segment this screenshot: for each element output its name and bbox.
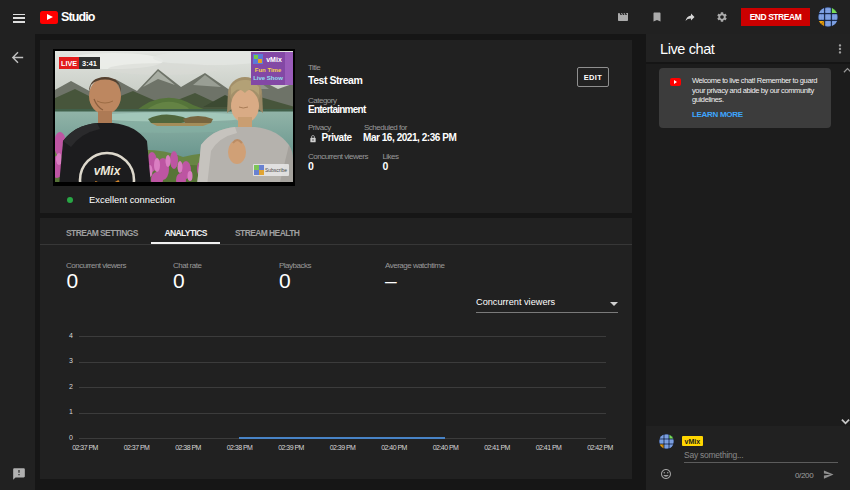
svg-text:3:41: 3:41: [82, 59, 97, 68]
svg-text:vMix: vMix: [94, 164, 122, 178]
svg-text:Subscribe: Subscribe: [265, 167, 287, 173]
svg-text:LIVE: LIVE: [61, 59, 77, 68]
svg-text:Fun Time: Fun Time: [255, 67, 282, 73]
svg-text:vMix: vMix: [266, 56, 282, 63]
svg-text:Live Show: Live Show: [253, 75, 283, 81]
